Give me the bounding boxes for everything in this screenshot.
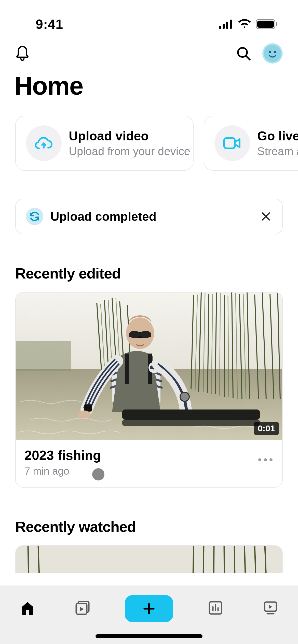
video-card-peek[interactable] [15,545,283,573]
wifi-icon [238,19,251,29]
video-card[interactable]: 0:01 2023 fishing 7 min ago [15,292,283,488]
tab-home[interactable] [15,595,40,621]
battery-icon [256,19,278,29]
app-header [0,38,298,66]
upload-video-card[interactable]: Upload video Upload from your device [15,116,194,171]
svg-line-8 [246,56,250,60]
notice-text: Upload completed [50,210,253,224]
status-icons [219,19,283,29]
tab-library[interactable] [70,595,95,621]
svg-rect-6 [276,22,277,26]
page-title: Home [0,66,298,116]
svg-rect-3 [230,20,232,29]
tab-cast[interactable] [258,595,283,621]
video-camera-icon [214,125,250,161]
action-title: Upload video [69,129,190,143]
svg-rect-54 [122,409,260,420]
action-title: Go live [257,129,298,143]
avatar[interactable] [262,43,283,64]
svg-rect-56 [16,546,282,573]
svg-rect-11 [224,138,235,148]
sync-icon [26,208,43,225]
svg-point-49 [140,331,151,338]
status-bar: 9:41 [0,0,298,38]
notifications-icon[interactable] [15,46,30,61]
video-title: 2023 fishing [24,448,274,463]
close-icon[interactable] [260,210,272,223]
svg-rect-2 [226,22,228,29]
tab-create[interactable] [125,595,173,622]
status-time: 9:41 [15,17,63,32]
video-thumbnail: 0:01 [16,292,282,440]
duration-badge: 0:01 [254,422,279,435]
svg-rect-44 [125,354,129,384]
search-icon[interactable] [236,46,251,61]
svg-rect-16 [16,341,71,371]
section-recently-edited: Recently edited [0,234,298,292]
svg-point-10 [274,51,276,53]
more-icon[interactable] [258,458,273,461]
svg-rect-5 [257,21,274,28]
cloud-upload-icon [26,125,62,161]
svg-rect-0 [219,26,221,29]
svg-point-51 [77,411,91,419]
svg-line-62 [224,546,225,573]
section-recently-watched: Recently watched [0,488,298,545]
svg-rect-50 [84,404,92,412]
video-timestamp: 7 min ago [24,465,274,477]
cursor-indicator [92,468,104,480]
cellular-icon [219,20,233,29]
svg-rect-1 [223,24,225,29]
svg-point-9 [269,51,271,53]
svg-line-61 [213,546,214,573]
upload-status-banner: Upload completed [15,199,283,234]
svg-point-48 [129,331,140,338]
svg-rect-55 [122,420,260,426]
home-indicator [96,634,202,638]
tab-analytics[interactable] [203,595,228,621]
action-subtitle: Stream a [257,145,298,158]
go-live-card[interactable]: Go live Stream a [204,116,298,171]
action-subtitle: Upload from your device [69,145,190,158]
tab-bar [0,586,298,644]
quick-actions-row: Upload video Upload from your device Go … [0,116,298,171]
svg-point-52 [180,392,189,401]
